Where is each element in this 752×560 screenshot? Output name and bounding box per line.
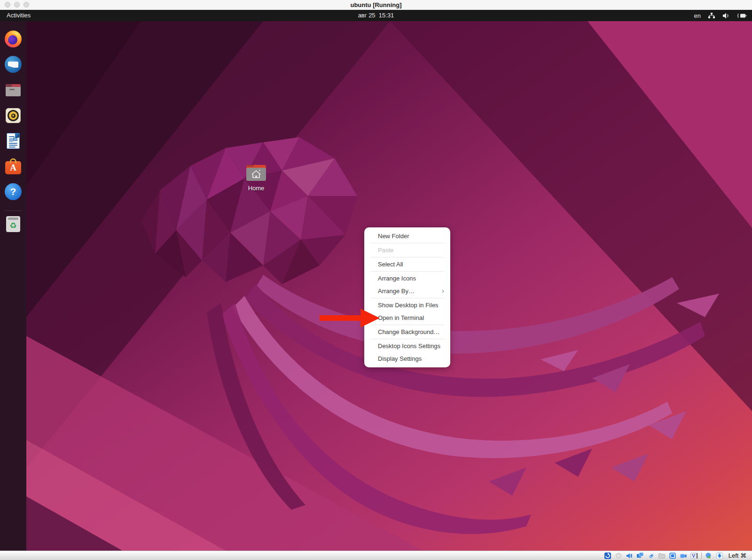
svg-text:V: V — [692, 553, 695, 559]
close-button[interactable] — [5, 2, 10, 8]
menu-separator — [370, 243, 444, 243]
clock-button[interactable]: авг 25 15:31 — [358, 10, 394, 21]
battery-icon[interactable] — [737, 13, 747, 19]
minimize-button[interactable] — [14, 2, 20, 8]
dock-separator — [5, 210, 22, 211]
traffic-lights — [5, 2, 29, 8]
dock-item-files[interactable] — [4, 81, 22, 99]
menu-item-new-folder[interactable]: New Folder — [364, 230, 450, 242]
ubuntu-software-icon: A — [5, 161, 21, 174]
network-icon[interactable] — [708, 13, 715, 19]
system-tray[interactable]: en — [694, 10, 747, 21]
menu-item-desktop-icons-settings[interactable]: Desktop Icons Settings — [364, 340, 450, 352]
dock-item-ubuntu-software[interactable]: A — [4, 157, 22, 175]
network-adapters-icon[interactable] — [636, 552, 644, 560]
dock-item-rhythmbox[interactable] — [4, 107, 22, 124]
dock-item-thunderbird[interactable] — [4, 55, 22, 73]
menu-separator — [370, 298, 444, 298]
recycle-glyph: ♻ — [9, 222, 16, 230]
display-icon[interactable] — [669, 552, 676, 560]
menu-item-paste[interactable]: Paste — [364, 244, 450, 257]
help-icon: ? — [5, 183, 22, 200]
submenu-arrow-icon: › — [442, 285, 444, 297]
screen: { "window": { "title": "ubuntu [Running]… — [0, 0, 752, 560]
menu-item-arrange-icons[interactable]: Arrange Icons — [364, 272, 450, 285]
shared-folders-icon[interactable] — [658, 552, 666, 560]
libreoffice-writer-icon — [7, 133, 20, 149]
audio-icon[interactable] — [626, 552, 633, 560]
dock-item-help[interactable]: ? — [4, 183, 22, 201]
statusbar-divider — [701, 552, 702, 559]
keyboard-capture-icon[interactable] — [716, 552, 723, 560]
keyboard-layout-indicator[interactable]: en — [694, 12, 701, 19]
vm-features-icon[interactable]: V — [690, 552, 698, 560]
menu-separator — [370, 325, 444, 325]
menu-separator — [370, 257, 444, 257]
home-folder-label: Home — [239, 185, 273, 192]
hard-disk-icon[interactable] — [604, 552, 611, 560]
menu-separator — [370, 339, 444, 339]
home-folder-icon[interactable]: Home — [239, 163, 273, 192]
annotation-arrow — [319, 307, 381, 329]
dock-item-libreoffice-writer[interactable] — [4, 132, 22, 150]
menu-item-arrange-by[interactable]: Arrange By… › — [364, 285, 450, 297]
menu-separator — [370, 271, 444, 272]
menu-item-select-all[interactable]: Select All — [364, 258, 450, 271]
firefox-icon — [5, 31, 22, 47]
thunderbird-icon — [5, 56, 22, 73]
vm-status-bar: V Left ⌘ — [0, 551, 752, 560]
files-icon — [6, 84, 21, 96]
usb-icon[interactable] — [647, 552, 655, 560]
activities-button[interactable]: Activities — [5, 10, 32, 21]
folder-icon — [246, 163, 266, 181]
menu-item-display-settings[interactable]: Display Settings — [364, 352, 450, 365]
dock-item-firefox[interactable] — [4, 30, 22, 48]
software-a-glyph: A — [10, 163, 16, 173]
recording-icon[interactable] — [680, 552, 687, 560]
mouse-integration-icon[interactable] — [705, 552, 713, 560]
host-key-indicator: Left ⌘ — [728, 552, 746, 559]
zoom-button[interactable] — [24, 2, 29, 8]
gnome-top-bar: Activities авг 25 15:31 en — [0, 10, 752, 21]
dock-item-trash[interactable]: ♻ — [4, 215, 22, 233]
trash-icon: ♻ — [6, 216, 20, 232]
optical-disc-icon[interactable] — [615, 552, 622, 560]
volume-icon[interactable] — [722, 13, 730, 19]
window-title: ubuntu [Running] — [0, 1, 752, 8]
dock: A ? ♻ — [0, 21, 26, 551]
rhythmbox-icon — [6, 108, 21, 123]
vm-window-titlebar: ubuntu [Running] — [0, 0, 752, 10]
desktop-context-menu: New Folder Paste Select All Arrange Icon… — [364, 227, 450, 367]
